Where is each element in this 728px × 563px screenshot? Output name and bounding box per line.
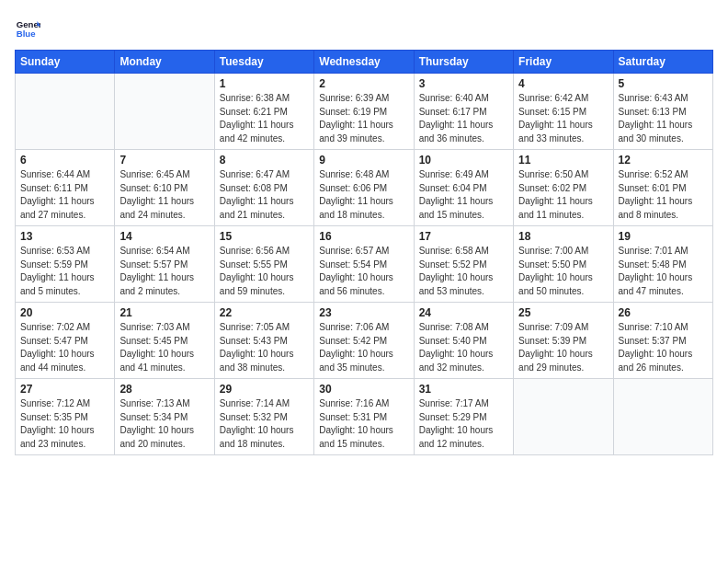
cell-content: Sunrise: 6:53 AM Sunset: 5:59 PM Dayligh… xyxy=(20,245,109,298)
day-number: 4 xyxy=(518,77,608,90)
cell-content: Sunrise: 7:09 AM Sunset: 5:39 PM Dayligh… xyxy=(518,321,608,374)
day-number: 28 xyxy=(119,383,209,396)
logo-icon: General Blue xyxy=(15,15,40,40)
calendar-cell: 3Sunrise: 6:40 AM Sunset: 6:17 PM Daylig… xyxy=(414,74,513,150)
day-number: 23 xyxy=(319,306,408,319)
cell-content: Sunrise: 6:50 AM Sunset: 6:02 PM Dayligh… xyxy=(518,168,608,222)
calendar-cell: 10Sunrise: 6:49 AM Sunset: 6:04 PM Dayli… xyxy=(414,150,513,226)
day-number: 14 xyxy=(119,230,209,243)
calendar-cell xyxy=(613,379,712,455)
calendar-week: 13Sunrise: 6:53 AM Sunset: 5:59 PM Dayli… xyxy=(16,226,713,303)
header-day: Saturday xyxy=(613,51,712,74)
cell-content: Sunrise: 6:58 AM Sunset: 5:52 PM Dayligh… xyxy=(419,245,508,298)
day-number: 27 xyxy=(20,383,109,396)
calendar-cell: 13Sunrise: 6:53 AM Sunset: 5:59 PM Dayli… xyxy=(16,226,115,303)
calendar-cell: 31Sunrise: 7:17 AM Sunset: 5:29 PM Dayli… xyxy=(414,379,513,455)
day-number: 26 xyxy=(619,306,708,319)
calendar-cell: 4Sunrise: 6:42 AM Sunset: 6:15 PM Daylig… xyxy=(514,74,613,150)
calendar-cell: 9Sunrise: 6:48 AM Sunset: 6:06 PM Daylig… xyxy=(314,150,414,226)
day-number: 12 xyxy=(619,154,708,167)
cell-content: Sunrise: 6:42 AM Sunset: 6:15 PM Dayligh… xyxy=(518,92,608,145)
calendar-cell: 7Sunrise: 6:45 AM Sunset: 6:10 PM Daylig… xyxy=(115,150,214,226)
cell-content: Sunrise: 6:44 AM Sunset: 6:11 PM Dayligh… xyxy=(20,168,109,222)
calendar-cell: 23Sunrise: 7:06 AM Sunset: 5:42 PM Dayli… xyxy=(314,303,414,379)
header-day: Thursday xyxy=(414,51,513,74)
day-number: 25 xyxy=(518,306,608,319)
day-number: 19 xyxy=(619,230,708,243)
cell-content: Sunrise: 7:12 AM Sunset: 5:35 PM Dayligh… xyxy=(20,397,109,451)
calendar-week: 20Sunrise: 7:02 AM Sunset: 5:47 PM Dayli… xyxy=(16,303,713,379)
header-row: SundayMondayTuesdayWednesdayThursdayFrid… xyxy=(16,51,713,74)
header-day: Wednesday xyxy=(314,51,414,74)
calendar-cell: 22Sunrise: 7:05 AM Sunset: 5:43 PM Dayli… xyxy=(214,303,313,379)
day-number: 20 xyxy=(20,306,109,319)
cell-content: Sunrise: 7:14 AM Sunset: 5:32 PM Dayligh… xyxy=(220,397,309,451)
day-number: 15 xyxy=(220,230,309,243)
calendar-cell xyxy=(514,379,613,455)
day-number: 24 xyxy=(419,306,508,319)
calendar-week: 6Sunrise: 6:44 AM Sunset: 6:11 PM Daylig… xyxy=(16,150,713,226)
header-day: Tuesday xyxy=(214,51,313,74)
calendar-cell: 2Sunrise: 6:39 AM Sunset: 6:19 PM Daylig… xyxy=(314,74,414,150)
cell-content: Sunrise: 7:10 AM Sunset: 5:37 PM Dayligh… xyxy=(619,321,708,374)
calendar-cell: 11Sunrise: 6:50 AM Sunset: 6:02 PM Dayli… xyxy=(514,150,613,226)
calendar-body: 1Sunrise: 6:38 AM Sunset: 6:21 PM Daylig… xyxy=(16,74,713,455)
calendar-cell: 29Sunrise: 7:14 AM Sunset: 5:32 PM Dayli… xyxy=(214,379,313,455)
day-number: 31 xyxy=(419,383,508,396)
header-day: Sunday xyxy=(16,51,115,74)
calendar-cell xyxy=(115,74,214,150)
cell-content: Sunrise: 6:57 AM Sunset: 5:54 PM Dayligh… xyxy=(319,245,408,298)
cell-content: Sunrise: 6:40 AM Sunset: 6:17 PM Dayligh… xyxy=(419,92,508,145)
cell-content: Sunrise: 6:45 AM Sunset: 6:10 PM Dayligh… xyxy=(119,168,209,222)
calendar-cell: 1Sunrise: 6:38 AM Sunset: 6:21 PM Daylig… xyxy=(214,74,313,150)
cell-content: Sunrise: 6:54 AM Sunset: 5:57 PM Dayligh… xyxy=(119,245,209,298)
cell-content: Sunrise: 6:38 AM Sunset: 6:21 PM Dayligh… xyxy=(220,92,309,145)
cell-content: Sunrise: 7:05 AM Sunset: 5:43 PM Dayligh… xyxy=(220,321,309,374)
calendar-cell: 15Sunrise: 6:56 AM Sunset: 5:55 PM Dayli… xyxy=(214,226,313,303)
day-number: 3 xyxy=(419,77,508,90)
day-number: 10 xyxy=(419,154,508,167)
calendar-cell: 26Sunrise: 7:10 AM Sunset: 5:37 PM Dayli… xyxy=(613,303,712,379)
cell-content: Sunrise: 6:48 AM Sunset: 6:06 PM Dayligh… xyxy=(319,168,408,222)
calendar-cell: 14Sunrise: 6:54 AM Sunset: 5:57 PM Dayli… xyxy=(115,226,214,303)
day-number: 1 xyxy=(220,77,309,90)
calendar-cell: 16Sunrise: 6:57 AM Sunset: 5:54 PM Dayli… xyxy=(314,226,414,303)
day-number: 9 xyxy=(319,154,408,167)
day-number: 29 xyxy=(220,383,309,396)
calendar-header: SundayMondayTuesdayWednesdayThursdayFrid… xyxy=(16,51,713,74)
calendar-table: SundayMondayTuesdayWednesdayThursdayFrid… xyxy=(15,50,713,455)
day-number: 7 xyxy=(119,154,209,167)
cell-content: Sunrise: 7:02 AM Sunset: 5:47 PM Dayligh… xyxy=(20,321,109,374)
calendar-cell: 8Sunrise: 6:47 AM Sunset: 6:08 PM Daylig… xyxy=(214,150,313,226)
cell-content: Sunrise: 7:01 AM Sunset: 5:48 PM Dayligh… xyxy=(619,245,708,298)
cell-content: Sunrise: 7:00 AM Sunset: 5:50 PM Dayligh… xyxy=(518,245,608,298)
day-number: 21 xyxy=(119,306,209,319)
header-day: Monday xyxy=(115,51,214,74)
cell-content: Sunrise: 7:03 AM Sunset: 5:45 PM Dayligh… xyxy=(119,321,209,374)
cell-content: Sunrise: 6:43 AM Sunset: 6:13 PM Dayligh… xyxy=(619,92,708,145)
cell-content: Sunrise: 6:52 AM Sunset: 6:01 PM Dayligh… xyxy=(619,168,708,222)
cell-content: Sunrise: 6:49 AM Sunset: 6:04 PM Dayligh… xyxy=(419,168,508,222)
day-number: 5 xyxy=(619,77,708,90)
calendar-cell: 5Sunrise: 6:43 AM Sunset: 6:13 PM Daylig… xyxy=(613,74,712,150)
calendar-cell: 18Sunrise: 7:00 AM Sunset: 5:50 PM Dayli… xyxy=(514,226,613,303)
calendar-cell: 6Sunrise: 6:44 AM Sunset: 6:11 PM Daylig… xyxy=(16,150,115,226)
logo: General Blue xyxy=(15,15,44,40)
day-number: 6 xyxy=(20,154,109,167)
header-day: Friday xyxy=(514,51,613,74)
day-number: 8 xyxy=(220,154,309,167)
cell-content: Sunrise: 6:56 AM Sunset: 5:55 PM Dayligh… xyxy=(220,245,309,298)
calendar-week: 1Sunrise: 6:38 AM Sunset: 6:21 PM Daylig… xyxy=(16,74,713,150)
day-number: 11 xyxy=(518,154,608,167)
day-number: 13 xyxy=(20,230,109,243)
calendar-cell xyxy=(16,74,115,150)
cell-content: Sunrise: 6:39 AM Sunset: 6:19 PM Dayligh… xyxy=(319,92,408,145)
calendar-cell: 12Sunrise: 6:52 AM Sunset: 6:01 PM Dayli… xyxy=(613,150,712,226)
calendar-cell: 20Sunrise: 7:02 AM Sunset: 5:47 PM Dayli… xyxy=(16,303,115,379)
cell-content: Sunrise: 7:06 AM Sunset: 5:42 PM Dayligh… xyxy=(319,321,408,374)
cell-content: Sunrise: 6:47 AM Sunset: 6:08 PM Dayligh… xyxy=(220,168,309,222)
calendar-cell: 21Sunrise: 7:03 AM Sunset: 5:45 PM Dayli… xyxy=(115,303,214,379)
calendar-cell: 19Sunrise: 7:01 AM Sunset: 5:48 PM Dayli… xyxy=(613,226,712,303)
cell-content: Sunrise: 7:08 AM Sunset: 5:40 PM Dayligh… xyxy=(419,321,508,374)
calendar-cell: 30Sunrise: 7:16 AM Sunset: 5:31 PM Dayli… xyxy=(314,379,414,455)
